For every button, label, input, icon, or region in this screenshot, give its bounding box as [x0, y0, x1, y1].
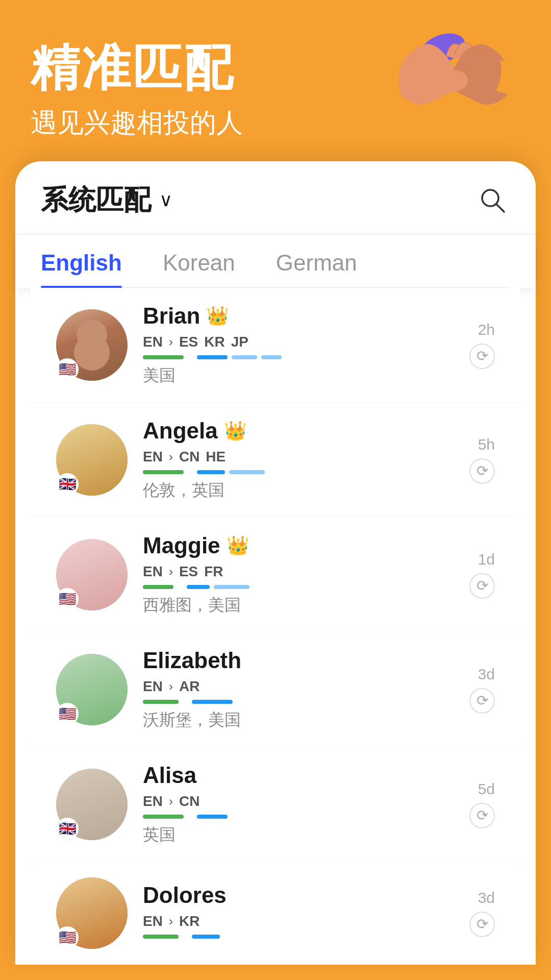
tab-bar: English Korean German — [15, 235, 536, 288]
crown-icon-maggie: 👑 — [227, 535, 249, 556]
search-button[interactable] — [474, 182, 510, 218]
dropdown-label: 系统匹配 — [41, 182, 151, 219]
user-info-brian: Brian 👑 EN › ES KR JP 美国 — [143, 303, 469, 387]
lang-tags-elizabeth: EN › AR — [143, 678, 469, 695]
user-location-alisa: 英国 — [143, 824, 469, 846]
flag-dolores: 🇺🇸 — [56, 926, 79, 949]
user-info-maggie: Maggie 👑 EN › ES FR 西雅图，美国 — [143, 533, 469, 617]
user-location-elizabeth: 沃斯堡，美国 — [143, 709, 469, 731]
header-area: 精准匹配 遇见兴趣相投的人 — [0, 0, 551, 161]
user-name-brian: Brian — [143, 303, 200, 329]
crown-icon-angela: 👑 — [224, 420, 247, 442]
user-location-maggie: 西雅图，美国 — [143, 594, 469, 617]
user-info-angela: Angela 👑 EN › CN HE 伦敦，英国 — [143, 418, 469, 502]
tab-korean[interactable]: Korean — [163, 250, 235, 287]
search-dropdown[interactable]: 系统匹配 ∨ — [41, 182, 172, 219]
user-meta-elizabeth: 3d ⟳ — [469, 666, 495, 714]
lang-bars-elizabeth — [143, 699, 469, 704]
user-list: 🇺🇸 Brian 👑 EN › ES KR JP — [31, 288, 520, 965]
avatar-maggie: 🇺🇸 — [56, 539, 128, 610]
flag-brian: 🇺🇸 — [56, 358, 79, 381]
user-item-maggie[interactable]: 🇺🇸 Maggie 👑 EN › ES FR — [31, 518, 520, 632]
avatar-brian: 🇺🇸 — [56, 309, 128, 381]
connect-icon-maggie[interactable]: ⟳ — [469, 573, 495, 599]
user-meta-angela: 5h ⟳ — [469, 436, 495, 484]
user-name-dolores: Dolores — [143, 883, 227, 908]
connect-icon-angela[interactable]: ⟳ — [469, 458, 495, 484]
connect-icon-brian[interactable]: ⟳ — [469, 344, 495, 369]
lang-tags-brian: EN › ES KR JP — [143, 334, 469, 350]
chevron-down-icon: ∨ — [159, 189, 172, 211]
user-meta-alisa: 5d ⟳ — [469, 780, 495, 828]
user-location-brian: 美国 — [143, 364, 469, 387]
flag-alisa: 🇬🇧 — [56, 818, 79, 840]
lang-tags-angela: EN › CN HE — [143, 449, 469, 465]
avatar-angela: 🇬🇧 — [56, 424, 128, 496]
tab-english[interactable]: English — [41, 250, 122, 287]
flag-angela: 🇬🇧 — [56, 473, 79, 496]
lang-bars-alisa — [143, 814, 469, 819]
lang-bars-maggie — [143, 584, 469, 589]
connect-icon-elizabeth[interactable]: ⟳ — [469, 688, 495, 714]
user-location-angela: 伦敦，英国 — [143, 479, 469, 502]
user-item-elizabeth[interactable]: 🇺🇸 Elizabeth EN › AR 沃斯堡，美国 — [31, 632, 520, 747]
avatar-alisa: 🇬🇧 — [56, 769, 128, 840]
lang-tags-maggie: EN › ES FR — [143, 564, 469, 580]
user-item-brian[interactable]: 🇺🇸 Brian 👑 EN › ES KR JP — [31, 288, 520, 403]
flag-maggie: 🇺🇸 — [56, 588, 79, 610]
user-meta-dolores: 3d ⟳ — [469, 889, 495, 937]
svg-line-3 — [496, 204, 504, 212]
connect-icon-alisa[interactable]: ⟳ — [469, 803, 495, 828]
user-item-angela[interactable]: 🇬🇧 Angela 👑 EN › CN HE — [31, 403, 520, 518]
svg-point-1 — [440, 70, 468, 91]
user-name-angela: Angela — [143, 418, 218, 444]
lang-bars-angela — [143, 469, 469, 474]
crown-icon-brian: 👑 — [206, 305, 229, 327]
lang-bars-dolores — [143, 934, 469, 939]
user-info-elizabeth: Elizabeth EN › AR 沃斯堡，美国 — [143, 648, 469, 731]
user-meta-maggie: 1d ⟳ — [469, 551, 495, 599]
lang-tags-dolores: EN › KR — [143, 913, 469, 929]
handshake-icon — [378, 15, 531, 158]
avatar-dolores: 🇺🇸 — [56, 877, 128, 949]
user-name-elizabeth: Elizabeth — [143, 648, 241, 673]
search-bar-area: 系统匹配 ∨ — [15, 161, 536, 235]
tab-german[interactable]: German — [276, 250, 357, 287]
user-item-dolores[interactable]: 🇺🇸 Dolores EN › KR 3d ⟳ — [31, 862, 520, 965]
user-item-alisa[interactable]: 🇬🇧 Alisa EN › CN 英国 5d — [31, 747, 520, 862]
connect-icon-dolores[interactable]: ⟳ — [469, 912, 495, 937]
flag-elizabeth: 🇺🇸 — [56, 703, 79, 725]
tab-list: English Korean German — [41, 250, 510, 288]
user-info-dolores: Dolores EN › KR — [143, 883, 469, 944]
lang-bars-brian — [143, 354, 469, 359]
avatar-elizabeth: 🇺🇸 — [56, 654, 128, 725]
user-info-alisa: Alisa EN › CN 英国 — [143, 763, 469, 846]
user-name-alisa: Alisa — [143, 763, 196, 788]
lang-tags-alisa: EN › CN — [143, 793, 469, 810]
user-name-maggie: Maggie — [143, 533, 220, 558]
user-meta-brian: 2h ⟳ — [469, 321, 495, 369]
